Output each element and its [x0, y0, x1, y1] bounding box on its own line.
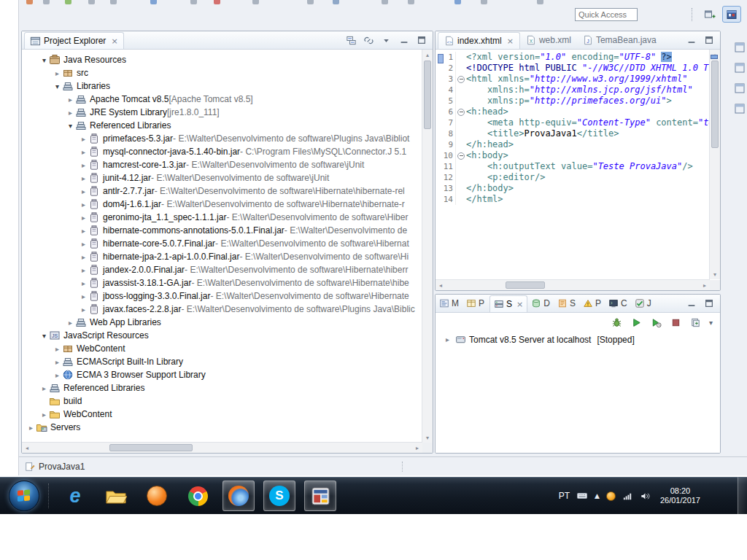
skype-button[interactable]: S [263, 481, 295, 511]
tree-item[interactable]: ▸Servers [22, 421, 422, 434]
tree-item[interactable]: ▸antlr-2.7.7.jar - E:\Walter\Desenvolvim… [22, 184, 422, 198]
toolbar-overflow-icon[interactable]: ▾ [709, 319, 713, 327]
debug-server-button[interactable] [611, 316, 624, 329]
chrome-button[interactable] [182, 481, 214, 511]
expand-arrow-icon[interactable]: ▸ [39, 384, 49, 392]
tree-item[interactable]: ▸WebContent [22, 342, 422, 355]
publish-server-button[interactable] [689, 316, 703, 329]
tree-item[interactable]: ▸junit-4.12.jar - E:\Walter\Desenvolvime… [22, 171, 422, 184]
tree-item[interactable]: ▸primefaces-5.3.jar - E:\Walter\Desenvol… [22, 132, 422, 145]
clock[interactable]: 08:20 26/01/2017 [660, 486, 700, 505]
expand-arrow-icon[interactable]: ▸ [39, 411, 49, 419]
minimize-servers-button[interactable] [685, 298, 697, 310]
expand-arrow[interactable]: ▸ [443, 335, 452, 343]
maximize-servers-button[interactable] [703, 298, 715, 310]
minimized-view-button-4[interactable] [733, 102, 746, 115]
minimize-editor-button[interactable] [685, 34, 697, 47]
tree-item[interactable]: ▾Java Resources [22, 53, 422, 66]
expand-arrow-icon[interactable]: ▸ [53, 69, 62, 77]
expand-arrow-icon[interactable]: ▸ [79, 214, 88, 222]
java-update-icon[interactable] [606, 491, 616, 501]
close-tab-icon[interactable]: × [507, 36, 514, 46]
code-line[interactable]: 9</h:head> [436, 139, 710, 150]
view-tab-junit[interactable]: J [631, 295, 655, 312]
tree-item[interactable]: ▸geronimo-jta_1.1_spec-1.1.1.jar - E:\Wa… [22, 211, 422, 224]
expand-arrow-icon[interactable]: ▸ [66, 319, 75, 327]
expand-arrow-icon[interactable]: ▸ [79, 135, 88, 143]
tree-item[interactable]: ▸jandex-2.0.0.Final.jar - E:\Walter\Dese… [22, 263, 422, 276]
expand-arrow-icon[interactable]: ▸ [79, 201, 88, 209]
editor-tab-temabean-java[interactable]: JTemaBean.java [577, 31, 662, 49]
minimized-view-button-1[interactable] [733, 41, 746, 54]
tree-item[interactable]: ▾JSJavaScript Resources [22, 329, 422, 342]
start-server-button[interactable] [630, 316, 643, 329]
code-line[interactable]: 4 xmlns:h="http://xmlns.jcp.org/jsf/html… [436, 85, 710, 96]
tree-item[interactable]: ▸WebContent [22, 408, 422, 421]
close-view-icon[interactable]: × [111, 36, 117, 46]
view-tab-properties[interactable]: P [462, 295, 488, 312]
show-hidden-icons-button[interactable]: ▲ [595, 492, 600, 499]
code-line[interactable]: 10<h:body> [436, 150, 710, 161]
tree-item[interactable]: ▸hibernate-jpa-2.1-api-1.0.0.Final.jar -… [22, 250, 422, 263]
expand-arrow-icon[interactable]: ▸ [79, 253, 88, 261]
firefox-button[interactable] [222, 481, 255, 511]
maximize-editor-button[interactable] [703, 34, 715, 47]
volume-icon[interactable] [640, 491, 651, 502]
maximize-view-button[interactable] [415, 34, 427, 47]
view-tab-markers[interactable]: M [436, 295, 462, 312]
editor-tab-web-xml[interactable]: Xweb.xml [520, 31, 577, 49]
show-desktop-button[interactable] [738, 477, 747, 514]
tree-item[interactable]: ▸dom4j-1.6.1.jar - E:\Walter\Desenvolvim… [22, 198, 422, 211]
tree-item[interactable]: build [22, 394, 422, 408]
expand-arrow-icon[interactable]: ▸ [79, 161, 88, 169]
tree-item[interactable]: ▸javassist-3.18.1-GA.jar - E:\Walter\Des… [22, 276, 422, 289]
code-line[interactable]: 6<h:head> [436, 106, 710, 117]
fold-marker-icon[interactable] [455, 106, 466, 117]
tree-item[interactable]: ▸ECMAScript Built-In Library [22, 355, 422, 368]
link-with-editor-button[interactable] [363, 34, 375, 47]
tree-item[interactable]: ▾Libraries [22, 79, 422, 93]
internet-explorer-button[interactable]: e [59, 481, 91, 511]
code-line[interactable]: 7 <meta http-equiv="Content-Type" conten… [436, 117, 710, 128]
expand-arrow-icon[interactable]: ▸ [79, 240, 88, 248]
view-menu-button[interactable] [380, 34, 392, 47]
expand-arrow-icon[interactable]: ▸ [79, 227, 88, 235]
fold-marker-icon[interactable] [455, 150, 466, 161]
tree-item[interactable]: ▸jboss-logging-3.3.0.Final.jar - E:\Walt… [22, 289, 422, 303]
collapse-arrow-icon[interactable]: ▾ [39, 56, 49, 64]
expand-arrow-icon[interactable]: ▸ [79, 148, 88, 156]
collapse-all-button[interactable] [345, 34, 357, 47]
keyboard-icon[interactable] [576, 490, 588, 502]
tree-item[interactable]: ▾Referenced Libraries [22, 119, 422, 132]
tree-item[interactable]: ▸Web App Libraries [22, 316, 422, 329]
code-line[interactable]: 11 <h:outputText value="Teste ProvaJava"… [436, 161, 710, 172]
code-line[interactable]: 14</html> [436, 194, 710, 205]
expand-arrow-icon[interactable]: ▸ [79, 187, 88, 195]
expand-arrow-icon[interactable]: ▸ [79, 306, 88, 314]
view-tab-console[interactable]: C [605, 295, 631, 312]
fold-marker-icon[interactable] [455, 74, 466, 85]
explorer-vertical-scrollbar[interactable]: ▴ ▾ [422, 50, 433, 443]
tree-item[interactable]: ▸mysql-connector-java-5.1.40-bin.jar - C… [22, 145, 422, 158]
collapse-arrow-icon[interactable]: ▾ [66, 122, 75, 130]
close-view-icon[interactable]: × [516, 300, 523, 309]
quick-access-input[interactable] [575, 8, 638, 21]
expand-arrow-icon[interactable]: ▸ [79, 279, 88, 287]
collapse-arrow-icon[interactable]: ▾ [53, 82, 62, 90]
tree-item[interactable]: ▸hibernate-core-5.0.7.Final.jar - E:\Wal… [22, 237, 422, 250]
tree-item[interactable]: ▸hibernate-commons-annotations-5.0.1.Fin… [22, 224, 422, 237]
view-tab-datasource[interactable]: D [527, 295, 554, 312]
view-tab-snippets[interactable]: S [554, 295, 579, 312]
stop-server-button[interactable] [670, 316, 683, 329]
tree-item[interactable]: ▸JRE System Library [jre1.8.0_111] [22, 106, 422, 119]
editor-tab-index-xhtml[interactable]: <>index.xhtml× [438, 32, 520, 49]
explorer-horizontal-scrollbar[interactable]: ◂ ▸ [22, 442, 422, 453]
code-editor[interactable]: 1<?xml version="1.0" encoding="UTF-8" ?>… [436, 50, 710, 279]
expand-arrow-icon[interactable]: ▸ [79, 292, 88, 300]
language-indicator[interactable]: PT [559, 491, 570, 501]
collapse-arrow-icon[interactable]: ▾ [39, 332, 49, 340]
minimize-view-button[interactable] [398, 34, 410, 47]
tree-item[interactable]: ▸src [22, 66, 422, 79]
tree-item[interactable]: ▸javax.faces-2.2.8.jar - E:\Walter\Desen… [22, 303, 422, 316]
code-line[interactable]: 5 xmlns:p="http://primefaces.org/ui"> [436, 96, 710, 106]
